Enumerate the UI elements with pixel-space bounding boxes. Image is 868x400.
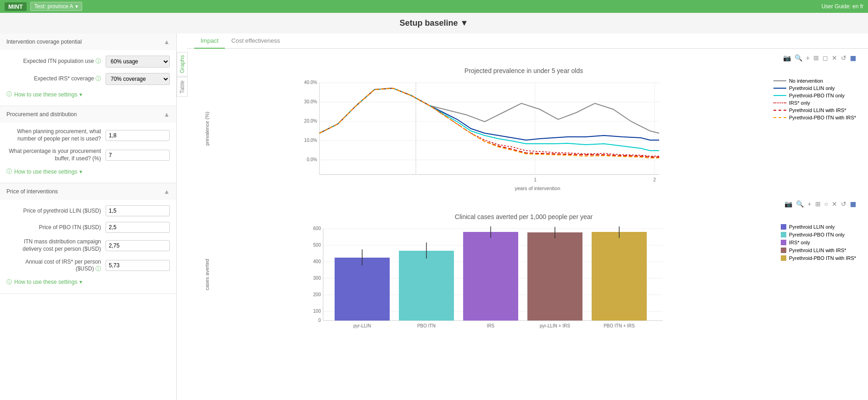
legend-pbo-itn: Pyrethroid-PBO ITN only (773, 93, 856, 98)
bar-legend-irs-square (781, 240, 786, 245)
irs-annual-cost-control (106, 260, 170, 271)
user-guide-link[interactable]: User Guide: en fr (822, 3, 863, 10)
chart2-circle-icon[interactable]: ○ (823, 199, 829, 208)
bar-legend-pbo-itn-square (781, 232, 786, 237)
chart1-svg: 40.0% 30.0% 20.0% 10.0% 0.0% 1 2 (210, 78, 769, 184)
pbo-itn-price-row: Price of PBO ITN ($USD) (6, 222, 170, 233)
price-help-link[interactable]: ⓘ How to use these settings ▾ (6, 278, 170, 286)
legend-pyrethroid-llin-irs: Pyrethroid LLIN with IRS* (773, 107, 856, 113)
procurement-help-circle-icon: ⓘ (6, 168, 12, 175)
legend-no-intervention-line (773, 80, 786, 81)
legend-irs-only: IRS* only (773, 100, 856, 106)
chart2-refresh-icon[interactable]: ↺ (840, 199, 847, 208)
chart1-refresh-icon[interactable]: ↺ (840, 53, 847, 62)
table-tab[interactable]: Table (177, 77, 188, 97)
bar-legend-pyrethroid-llin-irs-label: Pyrethroid LLIN with IRS* (789, 248, 846, 253)
irs-coverage-label: Expected IRS* coverage ⓘ (6, 75, 106, 83)
chart1-x-axis-label: years of intervention (214, 186, 861, 191)
bar-legend-pyrethroid-llin: Pyrethroid LLIN only (781, 224, 856, 230)
chart2-camera-icon[interactable]: 📷 (784, 199, 793, 208)
svg-text:0: 0 (318, 318, 321, 323)
svg-text:IRS: IRS (487, 323, 495, 328)
tab-impact[interactable]: Impact (194, 34, 225, 49)
bar-legend-pyrethroid-llin-square (781, 224, 786, 230)
procurement-help-chevron-icon: ▾ (79, 169, 82, 175)
irs-annual-cost-input[interactable] (106, 260, 170, 271)
chevron-up-icon: ▲ (163, 38, 170, 45)
legend-pyrethroid-llin-line (773, 88, 786, 89)
people-per-net-input[interactable] (106, 130, 170, 141)
section-price-header[interactable]: Price of interventions ▲ (0, 183, 176, 200)
chart1-zoom-icon[interactable]: 🔍 (794, 53, 803, 62)
tab-cost-effectiveness[interactable]: Cost effectiveness (225, 34, 286, 49)
itn-delivery-cost-row: ITN mass distribution campaign delivery … (6, 238, 170, 253)
bar-legend-pbo-itn-label: Pyrethroid-PBO ITN only (789, 232, 845, 237)
itn-population-use-select[interactable]: 40% usage 60% usage 80% usage (106, 56, 170, 68)
section-procurement-header[interactable]: Procurement and distribution ▲ (0, 106, 176, 123)
irs-coverage-select[interactable]: 50% coverage 70% coverage 90% coverage (106, 73, 170, 85)
chart1-camera-icon[interactable]: 📷 (782, 53, 792, 62)
chart1-close-icon[interactable]: ✕ (831, 53, 838, 62)
procurement-buffer-input[interactable] (106, 150, 170, 161)
irs-annual-cost-label: Annual cost of IRS* per person ($USD) ⓘ (6, 259, 106, 273)
bar-pyr-llin-irs (527, 232, 582, 321)
pbo-itn-price-input[interactable] (106, 222, 170, 233)
bar-chart-legend: Pyrethroid LLIN only Pyrethroid-PBO ITN … (776, 224, 856, 263)
legend-pbo-itn-irs-label: Pyrethroid-PBO ITN with IRS* (789, 115, 856, 120)
procurement-buffer-control (106, 150, 170, 161)
main-layout: Intervention coverage potential ▲ Expect… (0, 34, 868, 400)
svg-text:10.0%: 10.0% (304, 138, 317, 143)
chart2-bar-icon[interactable]: ▦ (849, 199, 857, 208)
pyrethroid-llin-price-input[interactable] (106, 205, 170, 216)
section-intervention-coverage-title: Intervention coverage potential (6, 39, 82, 45)
bar-legend-irs-label: IRS* only (789, 240, 810, 245)
bar-legend-pbo-itn-irs: Pyrethroid-PBO ITN with IRS* (781, 255, 856, 261)
bar-chart-container: 📷 🔍 + ⊞ ○ ✕ ↺ ▦ Clinical cases averted p… (187, 195, 868, 333)
chart1-title: Projected prevalence in under 5 year old… (187, 67, 861, 74)
bar-legend-pyrethroid-llin-irs-square (781, 248, 786, 253)
chart-area: Impact Cost effectiveness 📷 🔍 + ⊞ ◻ ✕ ↺ … (187, 34, 868, 333)
price-help-text: How to use these settings (14, 279, 77, 285)
top-bar: MINT Test: province A ▾ User Guide: en f… (0, 0, 868, 13)
price-help-circle-icon: ⓘ (6, 278, 12, 286)
bar-legend-pyrethroid-llin-irs: Pyrethroid LLIN with IRS* (781, 248, 856, 253)
irs-cost-info-icon: ⓘ (95, 265, 101, 272)
intervention-coverage-help-text: How to use these settings (14, 91, 77, 98)
section-price-body: Price of pyrethroid LLIN ($USD) Price of… (0, 200, 176, 293)
procurement-help-link[interactable]: ⓘ How to use these settings ▾ (6, 168, 170, 175)
chart2-plus-icon[interactable]: + (806, 199, 812, 208)
pyrethroid-llin-price-control (106, 205, 170, 216)
chart1-bar-icon[interactable]: ▦ (849, 53, 857, 62)
svg-text:600: 600 (313, 226, 321, 231)
svg-text:pyr-LLIN + IRS: pyr-LLIN + IRS (540, 323, 571, 328)
itn-delivery-cost-input[interactable] (106, 240, 170, 251)
chart1-legend: No intervention Pyrethroid LLIN only Pyr… (769, 78, 856, 122)
intervention-coverage-help-link[interactable]: ⓘ How to use these settings ▾ (6, 90, 170, 98)
graphs-tab[interactable]: Graphs (177, 52, 188, 76)
chart2-title: Clinical cases averted per 1,000 people … (187, 213, 861, 220)
section-intervention-coverage-header[interactable]: Intervention coverage potential ▲ (0, 34, 176, 50)
section-price-title: Price of interventions (6, 188, 58, 195)
bar-pbo-itn (399, 251, 454, 321)
project-dropdown[interactable]: Test: province A ▾ (30, 2, 82, 11)
section-procurement-title: Procurement and distribution (6, 111, 77, 118)
legend-pyrethroid-llin-irs-line (773, 110, 786, 111)
legend-pbo-itn-irs-line (773, 117, 786, 118)
bar-legend-pbo-itn-irs-label: Pyrethroid-PBO ITN with IRS* (789, 255, 856, 261)
chart2-close-icon[interactable]: ✕ (831, 199, 838, 208)
chart2-zoom-icon[interactable]: 🔍 (795, 199, 805, 208)
price-chevron-up-icon: ▲ (163, 188, 170, 195)
svg-text:300: 300 (313, 276, 321, 281)
chart2-grid-icon[interactable]: ⊞ (814, 199, 822, 208)
svg-text:200: 200 (313, 292, 321, 297)
chart1-grid-icon[interactable]: ⊞ (812, 53, 820, 62)
section-price: Price of interventions ▲ Price of pyreth… (0, 183, 176, 293)
section-procurement-body: When planning procurement, what number o… (0, 123, 176, 183)
chart1-plus-icon[interactable]: + (805, 53, 811, 62)
chart1-square-icon[interactable]: ◻ (822, 53, 829, 62)
procurement-chevron-up-icon: ▲ (163, 111, 170, 118)
bar-legend-pbo-itn-irs-square (781, 255, 786, 261)
chart2-y-axis-label: cases averted (191, 224, 210, 325)
legend-pbo-itn-line (773, 95, 786, 96)
chart2-toolbar: 📷 🔍 + ⊞ ○ ✕ ↺ ▦ (187, 198, 861, 209)
